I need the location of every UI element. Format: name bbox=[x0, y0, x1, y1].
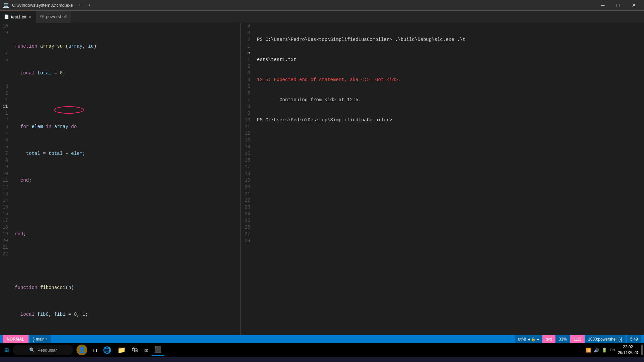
status-terminal-info: 1080:powershell [-] bbox=[585, 335, 625, 343]
avatar-button[interactable]: 👤 bbox=[74, 344, 90, 356]
network-icon[interactable]: 📶 bbox=[585, 347, 592, 353]
tab-label-powershell: powershell bbox=[46, 14, 67, 19]
tab-icon-powershell: ## bbox=[40, 15, 44, 19]
terminal-line bbox=[256, 217, 641, 224]
code-line: function array_sum(array, id) bbox=[13, 43, 238, 50]
code-line bbox=[13, 97, 238, 103]
task-view-icon: ❑ bbox=[93, 346, 97, 354]
minimize-button[interactable]: ─ bbox=[595, 0, 610, 11]
terminal-line bbox=[256, 278, 641, 284]
title-bar-controls: ─ □ ✕ bbox=[595, 0, 641, 11]
status-file-type: text bbox=[542, 335, 555, 343]
search-placeholder: Pesquisar bbox=[38, 348, 57, 353]
tab-icon-file: 📄 bbox=[4, 14, 9, 19]
search-bar[interactable]: 🔍 Pesquisar bbox=[13, 345, 73, 355]
terminal-line: Continuing from <id> at 12:5. bbox=[256, 97, 641, 103]
terminal-line bbox=[256, 257, 641, 264]
tab-test1[interactable]: 📄 test1.txt ✕ bbox=[0, 11, 36, 23]
store-button[interactable]: 🛍 bbox=[129, 344, 141, 356]
terminal-line bbox=[256, 137, 641, 143]
code-line: local total = 0; bbox=[13, 70, 238, 76]
terminal-line: PS C:\Users\Pedro\Desktop\SimplifiedLuaC… bbox=[256, 36, 641, 43]
terminal-line: ests\test1.txt bbox=[256, 56, 641, 63]
mail-icon: ✉ bbox=[145, 346, 148, 354]
search-icon: 🔍 bbox=[29, 347, 35, 353]
maximize-button[interactable]: □ bbox=[610, 0, 626, 11]
terminal-icon: ⬛ bbox=[154, 346, 162, 353]
file-explorer-button[interactable]: 📁 bbox=[115, 344, 128, 356]
terminal-line bbox=[256, 177, 641, 184]
code-line: local fib0, fib1 = 0, 1; bbox=[13, 311, 238, 318]
code-line: end; bbox=[13, 177, 238, 184]
edge-icon: 🌐 bbox=[103, 346, 111, 354]
editor-pane[interactable]: 10 9 7 6 3 2 1 11 1 2 3 4 5 6 7 8 bbox=[0, 23, 241, 335]
branch-icon: } bbox=[33, 337, 35, 342]
terminal-content[interactable]: PS C:\Users\Pedro\Desktop\SimplifiedLuaC… bbox=[253, 23, 644, 335]
code-line bbox=[13, 204, 238, 210]
tray-icons: 📶 🔊 🔋 EN bbox=[585, 347, 616, 353]
edge-button[interactable]: 🌐 bbox=[100, 344, 114, 356]
title-bar-dropdown[interactable]: ▾ bbox=[87, 3, 92, 8]
status-branch: } main › bbox=[30, 335, 51, 343]
title-bar-new-tab[interactable]: + bbox=[75, 2, 84, 8]
terminal-line bbox=[256, 197, 641, 204]
code-line bbox=[13, 257, 238, 264]
task-view-button[interactable]: ❑ bbox=[91, 344, 100, 356]
terminal-button[interactable]: ⬛ bbox=[152, 344, 164, 356]
encoding-arrow2: ◂ bbox=[537, 337, 539, 342]
tab-bar: 📄 test1.txt ✕ ## powershell bbox=[0, 11, 644, 23]
code-line: total = total + elem; bbox=[13, 150, 238, 157]
status-bar: NORMAL } main › utf-8 ◂ 🔒 ◂ text 33% 11:… bbox=[0, 335, 644, 343]
terminal-line bbox=[256, 318, 641, 324]
lock-icon: 🔒 bbox=[531, 337, 536, 342]
terminal-line: 12:5: Expected end of statement, aka <;>… bbox=[256, 76, 641, 83]
status-mode: NORMAL bbox=[3, 335, 29, 343]
line-numbers: 10 9 7 6 3 2 1 11 1 2 3 4 5 6 7 8 bbox=[0, 23, 11, 335]
start-button[interactable]: ⊞ bbox=[1, 344, 12, 356]
user-avatar: 👤 bbox=[76, 345, 87, 355]
title-bar: 💻 C:\Windows\system32\cmd.exe + ▾ ─ □ ✕ bbox=[0, 0, 644, 11]
mail-button[interactable]: ✉ bbox=[142, 344, 151, 356]
status-zoom: 33% bbox=[555, 335, 570, 343]
system-tray: 📶 🔊 🔋 EN 22:02 26/11/2023 bbox=[585, 344, 643, 356]
branch-arrow-icon: › bbox=[46, 337, 47, 342]
terminal-line-numbers: 4 3 2 1 5 1 2 3 4 5 6 7 8 9 10 11 12 13 … bbox=[241, 23, 253, 335]
close-button[interactable]: ✕ bbox=[626, 0, 641, 11]
tab-label-test1: test1.txt bbox=[11, 14, 26, 19]
terminal-pane[interactable]: 4 3 2 1 5 1 2 3 4 5 6 7 8 9 10 11 12 13 … bbox=[241, 23, 644, 335]
main-area: 10 9 7 6 3 2 1 11 1 2 3 4 5 6 7 8 bbox=[0, 23, 644, 335]
tab-close-test1[interactable]: ✕ bbox=[29, 15, 32, 19]
encoding-arrow: ◂ bbox=[528, 337, 530, 342]
show-desktop-button[interactable] bbox=[641, 345, 643, 355]
volume-icon[interactable]: 🔊 bbox=[593, 347, 600, 353]
tab-powershell[interactable]: ## powershell bbox=[36, 11, 71, 23]
code-line: function fibonacci(n) bbox=[13, 284, 238, 291]
terminal-line: PS C:\Users\Pedro\Desktop\SimplifiedLuaC… bbox=[256, 117, 641, 123]
keyboard-icon[interactable]: EN bbox=[609, 347, 616, 353]
code-line: for elem in array do bbox=[13, 123, 238, 130]
status-time: 5:49 bbox=[627, 335, 641, 343]
store-icon: 🛍 bbox=[132, 346, 139, 354]
terminal-line bbox=[256, 157, 641, 164]
folder-icon: 📁 bbox=[117, 346, 126, 354]
terminal-line bbox=[256, 298, 641, 304]
title-bar-icon: 💻 bbox=[3, 2, 9, 9]
windows-logo-icon: ⊞ bbox=[5, 346, 9, 354]
status-position: 11:2 bbox=[570, 335, 585, 343]
taskbar-time: 22:02 26/11/2023 bbox=[618, 344, 638, 356]
battery-icon[interactable]: 🔋 bbox=[601, 347, 608, 353]
code-content[interactable]: function array_sum(array, id) local tota… bbox=[11, 23, 240, 335]
title-bar-text: C:\Windows\system32\cmd.exe bbox=[12, 3, 73, 8]
taskbar: ⊞ 🔍 Pesquisar 👤 ❑ 🌐 📁 🛍 ✉ ⬛ 📶 🔊 🔋 EN bbox=[0, 343, 644, 357]
status-encoding: utf-8 ◂ 🔒 ◂ bbox=[515, 335, 542, 343]
code-line: end; bbox=[13, 231, 238, 237]
terminal-line bbox=[256, 237, 641, 244]
